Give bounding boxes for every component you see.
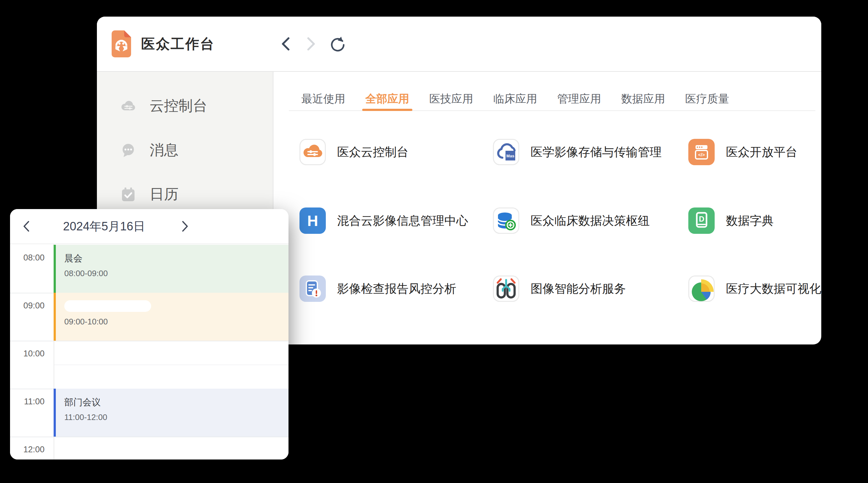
app-big-data-visualization[interactable]: 医疗大数据可视化: [688, 276, 821, 302]
app-medical-image-pacs[interactable]: Mas 医学影像存储与传输管理: [493, 139, 662, 165]
app-report-risk-analysis[interactable]: 影像检查报告风控分析: [300, 276, 456, 302]
tab-all-apps[interactable]: 全部应用: [365, 89, 409, 111]
event-time: 11:00-12:00: [64, 413, 288, 422]
time-label: 08:00: [18, 253, 44, 263]
chevron-right-icon: [306, 36, 316, 52]
app-label: 医众开放平台: [726, 144, 798, 160]
code-window-icon: </>: [688, 139, 715, 165]
owl-document-icon: [112, 30, 131, 57]
app-open-platform[interactable]: </> 医众开放平台: [688, 139, 798, 165]
app-title: 医众工作台: [141, 17, 215, 71]
calendar-date: 2024年5月16日: [44, 209, 164, 244]
event-title: 晨会: [64, 252, 288, 265]
app-label: 医众临床数据决策枢纽: [531, 213, 650, 229]
tab-clinical-apps[interactable]: 临床应用: [493, 89, 537, 111]
app-label: 图像智能分析服务: [531, 281, 626, 297]
hour-line: [10, 437, 288, 437]
report-warning-icon: [300, 276, 326, 302]
app-label: 医众云控制台: [337, 144, 409, 160]
cloud-mas-icon: Mas: [493, 139, 519, 165]
tab-recently-used[interactable]: 最近使用: [301, 89, 345, 111]
calendar-event-redacted[interactable]: 09:00-10:00: [54, 293, 288, 341]
app-image-ai-analysis[interactable]: 图像智能分析服务: [493, 276, 626, 302]
chevron-left-icon: [281, 36, 290, 52]
sidebar-item-calendar[interactable]: 日历: [97, 182, 273, 207]
app-label: 医学影像存储与传输管理: [531, 144, 662, 160]
orange-cloud-sliders-icon: [300, 139, 326, 165]
app-clinical-data-hub[interactable]: 医众临床数据决策枢纽: [493, 207, 650, 234]
time-label: 11:00: [18, 397, 44, 407]
app-label: 混合云影像信息管理中心: [337, 213, 468, 229]
svg-text:H: H: [307, 213, 318, 229]
chevron-left-icon: [23, 220, 30, 232]
lungs-icon: [493, 276, 519, 302]
tab-medtech-apps[interactable]: 医技应用: [429, 89, 473, 111]
event-title-redacted-pill: [64, 300, 151, 312]
window-header: 医众工作台: [97, 17, 821, 72]
app-hybrid-cloud-imaging[interactable]: H 混合云影像信息管理中心: [300, 207, 468, 234]
calendar-header: 2024年5月16日: [10, 209, 288, 244]
forward-button[interactable]: [301, 17, 321, 71]
event-title: 部门会议: [64, 396, 288, 409]
sidebar-item-label: 日历: [150, 185, 179, 204]
event-time: 09:00-10:00: [64, 317, 288, 327]
dictionary-book-icon: D: [688, 207, 715, 234]
tab-data-apps[interactable]: 数据应用: [621, 89, 665, 111]
pie-chart-icon: [688, 276, 715, 302]
sidebar-item-label: 消息: [150, 140, 179, 160]
time-label: 09:00: [18, 301, 44, 311]
calendar-prev-day-button[interactable]: [17, 209, 36, 244]
hour-line: [10, 341, 288, 341]
cloud-settings-icon: [121, 98, 136, 114]
desktop-background: 医众工作台: [0, 0, 868, 483]
svg-text:</>: </>: [698, 152, 705, 157]
svg-text:D: D: [699, 215, 704, 223]
letter-h-icon: H: [300, 207, 326, 234]
chevron-right-icon: [182, 220, 188, 232]
sidebar-item-cloud-console[interactable]: 云控制台: [97, 93, 273, 119]
sidebar-item-label: 云控制台: [150, 96, 207, 116]
calendar-grid: 08:00 09:00 10:00 11:00 12:00 晨会 08:00-0…: [10, 244, 288, 459]
calendar-check-icon: [121, 187, 136, 202]
calendar-panel: 2024年5月16日 08:00 09:00 10:00 11:00: [10, 209, 288, 459]
sidebar-item-messages[interactable]: 消息: [97, 138, 273, 163]
time-label: 12:00: [18, 445, 44, 454]
event-time: 08:00-09:00: [64, 268, 288, 278]
svg-text:Mas: Mas: [506, 154, 514, 158]
time-label: 10:00: [18, 349, 44, 359]
calendar-event-department-meeting[interactable]: 部门会议 11:00-12:00: [54, 389, 288, 437]
tabs-bar: 最近使用 全部应用 医技应用 临床应用 管理应用 数据应用 医疗质量: [289, 89, 815, 111]
refresh-icon: [330, 36, 346, 52]
app-label: 影像检查报告风控分析: [337, 281, 456, 297]
tab-medical-quality[interactable]: 医疗质量: [685, 89, 729, 111]
message-bubble-icon: [121, 142, 136, 158]
app-cloud-console[interactable]: 医众云控制台: [300, 139, 409, 165]
back-button[interactable]: [276, 17, 296, 71]
database-plus-icon: [493, 207, 519, 234]
tab-management-apps[interactable]: 管理应用: [557, 89, 601, 111]
refresh-button[interactable]: [328, 17, 348, 71]
app-label: 数据字典: [726, 213, 774, 229]
calendar-next-day-button[interactable]: [176, 209, 194, 244]
half-hour-line: [54, 364, 288, 365]
app-data-dictionary[interactable]: D 数据字典: [688, 207, 774, 234]
app-label: 医疗大数据可视化: [726, 281, 821, 297]
calendar-event-morning-meeting[interactable]: 晨会 08:00-09:00: [54, 245, 288, 293]
